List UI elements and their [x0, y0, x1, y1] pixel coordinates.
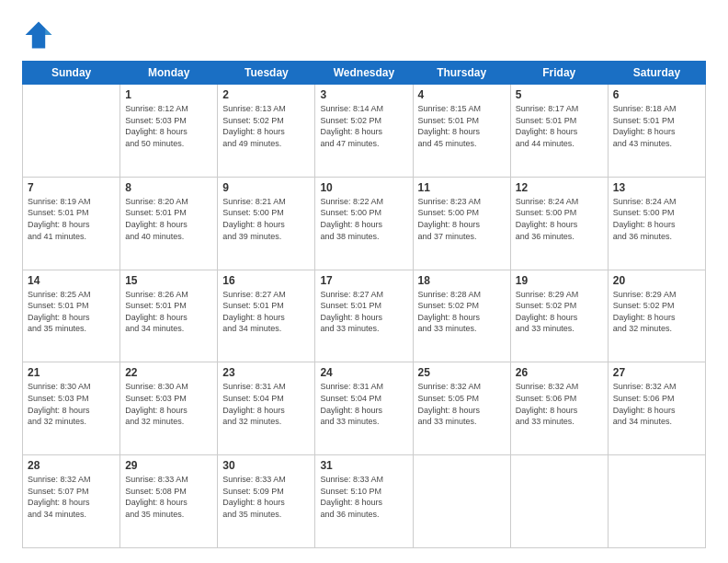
day-info: Sunrise: 8:30 AM Sunset: 5:03 PM Dayligh… — [28, 381, 115, 427]
day-cell-14: 14Sunrise: 8:25 AM Sunset: 5:01 PM Dayli… — [23, 270, 120, 362]
day-info: Sunrise: 8:13 AM Sunset: 5:02 PM Dayligh… — [222, 103, 310, 149]
header — [22, 18, 706, 52]
day-number: 17 — [320, 274, 407, 287]
day-number: 22 — [125, 366, 212, 379]
day-number: 25 — [418, 366, 506, 379]
day-cell-22: 22Sunrise: 8:30 AM Sunset: 5:03 PM Dayli… — [120, 362, 218, 455]
day-info: Sunrise: 8:15 AM Sunset: 5:01 PM Dayligh… — [418, 103, 506, 149]
day-number: 26 — [516, 366, 603, 379]
day-info: Sunrise: 8:31 AM Sunset: 5:04 PM Dayligh… — [222, 381, 310, 427]
day-cell-18: 18Sunrise: 8:28 AM Sunset: 5:02 PM Dayli… — [413, 270, 510, 362]
day-number: 21 — [28, 366, 115, 379]
day-cell-3: 3Sunrise: 8:14 AM Sunset: 5:02 PM Daylig… — [315, 85, 413, 178]
day-info: Sunrise: 8:27 AM Sunset: 5:01 PM Dayligh… — [222, 289, 310, 335]
weekday-header-sunday: Sunday — [23, 62, 120, 85]
day-info: Sunrise: 8:32 AM Sunset: 5:06 PM Dayligh… — [516, 381, 603, 427]
day-info: Sunrise: 8:27 AM Sunset: 5:01 PM Dayligh… — [320, 289, 407, 335]
day-cell-9: 9Sunrise: 8:21 AM Sunset: 5:00 PM Daylig… — [218, 177, 315, 270]
day-cell-21: 21Sunrise: 8:30 AM Sunset: 5:03 PM Dayli… — [23, 362, 120, 455]
weekday-header-thursday: Thursday — [413, 62, 510, 85]
day-info: Sunrise: 8:14 AM Sunset: 5:02 PM Dayligh… — [320, 103, 407, 149]
day-info: Sunrise: 8:12 AM Sunset: 5:03 PM Dayligh… — [125, 103, 212, 149]
day-info: Sunrise: 8:32 AM Sunset: 5:07 PM Dayligh… — [28, 474, 115, 520]
logo-icon — [22, 18, 55, 52]
day-number: 5 — [516, 88, 603, 101]
weekday-header-saturday: Saturday — [608, 62, 705, 85]
weekday-header-wednesday: Wednesday — [315, 62, 413, 85]
day-info: Sunrise: 8:33 AM Sunset: 5:09 PM Dayligh… — [222, 474, 310, 520]
day-number: 7 — [28, 181, 115, 194]
day-info: Sunrise: 8:19 AM Sunset: 5:01 PM Dayligh… — [28, 196, 115, 242]
day-number: 10 — [320, 181, 407, 194]
day-info: Sunrise: 8:33 AM Sunset: 5:08 PM Dayligh… — [125, 474, 212, 520]
weekday-header-friday: Friday — [510, 62, 608, 85]
day-cell-1: 1Sunrise: 8:12 AM Sunset: 5:03 PM Daylig… — [120, 85, 218, 178]
logo — [22, 18, 61, 52]
day-number: 23 — [222, 366, 310, 379]
day-cell-2: 2Sunrise: 8:13 AM Sunset: 5:02 PM Daylig… — [218, 85, 315, 178]
day-cell-29: 29Sunrise: 8:33 AM Sunset: 5:08 PM Dayli… — [120, 455, 218, 548]
day-number: 20 — [613, 274, 700, 287]
day-info: Sunrise: 8:29 AM Sunset: 5:02 PM Dayligh… — [516, 289, 603, 335]
day-number: 29 — [125, 459, 212, 472]
day-cell-11: 11Sunrise: 8:23 AM Sunset: 5:00 PM Dayli… — [413, 177, 510, 270]
empty-cell — [413, 455, 510, 548]
day-number: 12 — [516, 181, 603, 194]
day-cell-8: 8Sunrise: 8:20 AM Sunset: 5:01 PM Daylig… — [120, 177, 218, 270]
day-cell-6: 6Sunrise: 8:18 AM Sunset: 5:01 PM Daylig… — [608, 85, 705, 178]
day-number: 4 — [418, 88, 506, 101]
week-row-2: 7Sunrise: 8:19 AM Sunset: 5:01 PM Daylig… — [23, 177, 706, 270]
day-number: 9 — [222, 181, 310, 194]
day-number: 19 — [516, 274, 603, 287]
day-cell-12: 12Sunrise: 8:24 AM Sunset: 5:00 PM Dayli… — [510, 177, 608, 270]
day-cell-4: 4Sunrise: 8:15 AM Sunset: 5:01 PM Daylig… — [413, 85, 510, 178]
day-cell-13: 13Sunrise: 8:24 AM Sunset: 5:00 PM Dayli… — [608, 177, 705, 270]
day-cell-20: 20Sunrise: 8:29 AM Sunset: 5:02 PM Dayli… — [608, 270, 705, 362]
day-number: 1 — [125, 88, 212, 101]
day-cell-27: 27Sunrise: 8:32 AM Sunset: 5:06 PM Dayli… — [608, 362, 705, 455]
calendar-table: SundayMondayTuesdayWednesdayThursdayFrid… — [22, 61, 706, 548]
weekday-header-row: SundayMondayTuesdayWednesdayThursdayFrid… — [23, 62, 706, 85]
day-info: Sunrise: 8:31 AM Sunset: 5:04 PM Dayligh… — [320, 381, 407, 427]
day-info: Sunrise: 8:30 AM Sunset: 5:03 PM Dayligh… — [125, 381, 212, 427]
day-number: 16 — [222, 274, 310, 287]
day-cell-31: 31Sunrise: 8:33 AM Sunset: 5:10 PM Dayli… — [315, 455, 413, 548]
day-info: Sunrise: 8:18 AM Sunset: 5:01 PM Dayligh… — [613, 103, 700, 149]
day-info: Sunrise: 8:23 AM Sunset: 5:00 PM Dayligh… — [418, 196, 506, 242]
weekday-header-monday: Monday — [120, 62, 218, 85]
empty-cell — [510, 455, 608, 548]
day-number: 18 — [418, 274, 506, 287]
day-info: Sunrise: 8:21 AM Sunset: 5:00 PM Dayligh… — [222, 196, 310, 242]
day-number: 28 — [28, 459, 115, 472]
page: SundayMondayTuesdayWednesdayThursdayFrid… — [0, 0, 728, 563]
week-row-1: 1Sunrise: 8:12 AM Sunset: 5:03 PM Daylig… — [23, 85, 706, 178]
day-info: Sunrise: 8:33 AM Sunset: 5:10 PM Dayligh… — [320, 474, 407, 520]
day-info: Sunrise: 8:20 AM Sunset: 5:01 PM Dayligh… — [125, 196, 212, 242]
day-number: 6 — [613, 88, 700, 101]
day-cell-17: 17Sunrise: 8:27 AM Sunset: 5:01 PM Dayli… — [315, 270, 413, 362]
empty-cell — [23, 85, 120, 178]
day-info: Sunrise: 8:32 AM Sunset: 5:05 PM Dayligh… — [418, 381, 506, 427]
day-info: Sunrise: 8:28 AM Sunset: 5:02 PM Dayligh… — [418, 289, 506, 335]
day-number: 13 — [613, 181, 700, 194]
day-cell-19: 19Sunrise: 8:29 AM Sunset: 5:02 PM Dayli… — [510, 270, 608, 362]
day-info: Sunrise: 8:26 AM Sunset: 5:01 PM Dayligh… — [125, 289, 212, 335]
day-cell-25: 25Sunrise: 8:32 AM Sunset: 5:05 PM Dayli… — [413, 362, 510, 455]
day-number: 15 — [125, 274, 212, 287]
day-cell-30: 30Sunrise: 8:33 AM Sunset: 5:09 PM Dayli… — [218, 455, 315, 548]
day-number: 8 — [125, 181, 212, 194]
week-row-3: 14Sunrise: 8:25 AM Sunset: 5:01 PM Dayli… — [23, 270, 706, 362]
day-cell-7: 7Sunrise: 8:19 AM Sunset: 5:01 PM Daylig… — [23, 177, 120, 270]
week-row-5: 28Sunrise: 8:32 AM Sunset: 5:07 PM Dayli… — [23, 455, 706, 548]
day-number: 30 — [222, 459, 310, 472]
day-info: Sunrise: 8:22 AM Sunset: 5:00 PM Dayligh… — [320, 196, 407, 242]
day-number: 2 — [222, 88, 310, 101]
day-info: Sunrise: 8:29 AM Sunset: 5:02 PM Dayligh… — [613, 289, 700, 335]
day-info: Sunrise: 8:32 AM Sunset: 5:06 PM Dayligh… — [613, 381, 700, 427]
day-cell-26: 26Sunrise: 8:32 AM Sunset: 5:06 PM Dayli… — [510, 362, 608, 455]
day-info: Sunrise: 8:24 AM Sunset: 5:00 PM Dayligh… — [613, 196, 700, 242]
day-number: 24 — [320, 366, 407, 379]
day-cell-10: 10Sunrise: 8:22 AM Sunset: 5:00 PM Dayli… — [315, 177, 413, 270]
day-cell-16: 16Sunrise: 8:27 AM Sunset: 5:01 PM Dayli… — [218, 270, 315, 362]
day-number: 31 — [320, 459, 407, 472]
